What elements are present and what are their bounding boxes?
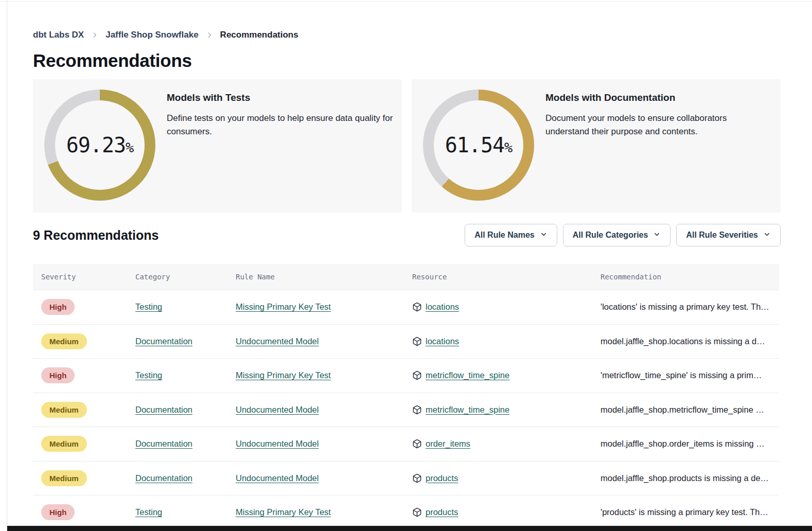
documentation-donut-chart: 61.54% xyxy=(423,90,534,201)
rule-name-link[interactable]: Missing Primary Key Test xyxy=(236,370,331,380)
card-title: Models with Documentation xyxy=(545,92,740,103)
breadcrumb-item-project[interactable]: dbt Labs DX xyxy=(33,30,84,40)
resource-link[interactable]: order_items xyxy=(426,439,470,449)
table-header: Severity Category Rule Name Resource Rec… xyxy=(33,264,779,290)
card-description: Define tests on your models to help ensu… xyxy=(167,112,402,138)
column-header-category: Category xyxy=(135,273,236,281)
breadcrumb: dbt Labs DX Jaffle Shop Snowflake Recomm… xyxy=(33,30,298,40)
severity-badge: Medium xyxy=(41,470,87,486)
category-link[interactable]: Documentation xyxy=(135,337,192,346)
rule-names-filter-dropdown[interactable]: All Rule Names xyxy=(465,224,557,246)
table-row: Medium Documentation Undocumented Model … xyxy=(33,393,779,427)
column-header-rule-name: Rule Name xyxy=(236,273,412,281)
card-description: Document your models to ensure collabora… xyxy=(545,112,740,138)
card-title: Models with Tests xyxy=(167,92,402,103)
donut-hole: 69.23% xyxy=(55,100,145,190)
recommendations-table: Severity Category Rule Name Resource Rec… xyxy=(33,264,779,529)
tests-percent-value: 69.23% xyxy=(66,133,134,157)
model-cube-icon xyxy=(412,337,422,346)
breadcrumb-item-environment[interactable]: Jaffle Shop Snowflake xyxy=(105,30,198,40)
recommendations-page: dbt Labs DX Jaffle Shop Snowflake Recomm… xyxy=(0,0,812,531)
page-title: Recommendations xyxy=(33,50,192,71)
recommendation-text: 'products' is missing a primary key test… xyxy=(601,507,779,517)
model-cube-icon xyxy=(412,507,422,517)
category-link[interactable]: Testing xyxy=(135,302,162,312)
rule-name-link[interactable]: Undocumented Model xyxy=(236,439,319,449)
filter-label: All Rule Categories xyxy=(573,231,648,240)
rule-name-link[interactable]: Undocumented Model xyxy=(236,405,319,415)
category-link[interactable]: Documentation xyxy=(135,439,192,449)
chevron-down-icon xyxy=(653,230,661,240)
table-row: High Testing Missing Primary Key Test lo… xyxy=(33,290,779,324)
rule-name-link[interactable]: Undocumented Model xyxy=(236,473,319,483)
table-row: Medium Documentation Undocumented Model … xyxy=(33,427,779,461)
severity-badge: High xyxy=(41,299,75,315)
severity-badge: Medium xyxy=(41,333,87,349)
recommendation-text: model.jaffle_shop.metricflow_time_spine … xyxy=(601,405,779,415)
recommendation-text: 'locations' is missing a primary key tes… xyxy=(601,302,779,312)
resource-link[interactable]: locations xyxy=(426,302,459,312)
table-row: Medium Documentation Undocumented Model … xyxy=(33,324,779,359)
model-cube-icon xyxy=(412,302,422,312)
column-header-severity: Severity xyxy=(33,273,135,281)
metric-cards: 69.23% Models with Tests Define tests on… xyxy=(33,79,781,213)
recommendation-text: 'metricflow_time_spine' is missing a pri… xyxy=(601,370,779,380)
model-cube-icon xyxy=(412,439,422,449)
chevron-down-icon xyxy=(540,230,548,240)
breadcrumb-item-current: Recommendations xyxy=(220,30,298,40)
category-link[interactable]: Testing xyxy=(135,370,162,380)
column-header-recommendation: Recommendation xyxy=(601,273,779,281)
rule-name-link[interactable]: Missing Primary Key Test xyxy=(236,507,331,517)
models-with-documentation-card: 61.54% Models with Documentation Documen… xyxy=(412,79,781,213)
resource-link[interactable]: products xyxy=(426,473,458,483)
category-link[interactable]: Documentation xyxy=(135,405,192,415)
rule-name-link[interactable]: Missing Primary Key Test xyxy=(236,302,331,312)
chevron-down-icon xyxy=(763,230,771,240)
card-body: Models with Tests Define tests on your m… xyxy=(167,92,402,138)
card-body: Models with Documentation Document your … xyxy=(545,92,740,138)
rule-name-link[interactable]: Undocumented Model xyxy=(236,337,319,346)
donut-hole: 61.54% xyxy=(434,100,523,190)
rule-categories-filter-dropdown[interactable]: All Rule Categories xyxy=(563,224,671,246)
table-row: High Testing Missing Primary Key Test pr… xyxy=(33,495,779,529)
tests-donut-chart: 69.23% xyxy=(44,90,155,201)
resource-link[interactable]: products xyxy=(426,507,458,517)
left-divider xyxy=(7,0,7,531)
resource-link[interactable]: metricflow_time_spine xyxy=(426,405,509,415)
category-link[interactable]: Testing xyxy=(135,507,162,517)
severity-badge: Medium xyxy=(41,402,87,418)
column-header-resource: Resource xyxy=(412,273,601,281)
model-cube-icon xyxy=(412,405,422,415)
severity-badge: High xyxy=(41,504,75,520)
filter-group: All Rule Names All Rule Categories All R… xyxy=(465,224,781,246)
table-row: Medium Documentation Undocumented Model … xyxy=(33,461,779,495)
rule-severities-filter-dropdown[interactable]: All Rule Severities xyxy=(676,224,781,246)
top-divider xyxy=(0,1,812,2)
model-cube-icon xyxy=(412,473,422,483)
model-cube-icon xyxy=(412,370,422,380)
bottom-window-edge xyxy=(7,526,812,531)
models-with-tests-card: 69.23% Models with Tests Define tests on… xyxy=(33,79,402,213)
recommendations-count-heading: 9 Recommendations xyxy=(33,228,159,243)
recommendation-text: model.jaffle_shop.locations is missing a… xyxy=(601,337,779,346)
resource-link[interactable]: metricflow_time_spine xyxy=(426,370,509,380)
table-row: High Testing Missing Primary Key Test me… xyxy=(33,358,779,393)
resource-link[interactable]: locations xyxy=(426,337,459,346)
filter-label: All Rule Severities xyxy=(686,231,758,240)
severity-badge: High xyxy=(41,367,75,383)
list-toolbar: 9 Recommendations All Rule Names All Rul… xyxy=(33,223,781,247)
severity-badge: Medium xyxy=(41,436,87,452)
filter-label: All Rule Names xyxy=(474,231,534,240)
recommendation-text: model.jaffle_shop.products is missing a … xyxy=(601,473,779,483)
recommendation-text: model.jaffle_shop.order_items is missing… xyxy=(601,439,779,449)
category-link[interactable]: Documentation xyxy=(135,473,192,483)
documentation-percent-value: 61.54% xyxy=(445,133,513,157)
chevron-right-icon xyxy=(206,31,213,39)
chevron-right-icon xyxy=(91,31,98,39)
